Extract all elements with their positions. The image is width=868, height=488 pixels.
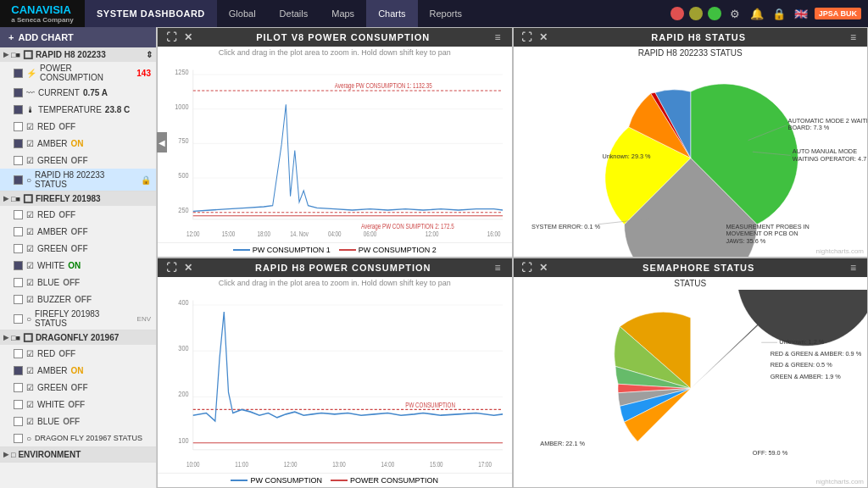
sidebar-ff-red[interactable]: ☑ RED OFF [0,206,156,223]
expand-icon-rp[interactable]: ⛶ [164,262,178,274]
label-green: GREEN [37,156,68,165]
check-ff-red: ☑ [26,210,34,219]
chart-expand-icons-rp: ⛶ ✕ [164,262,195,274]
svg-text:12:00: 12:00 [284,460,298,469]
sidebar-df-white[interactable]: ☑ WHITE OFF [0,396,156,413]
menu-icon-rapid[interactable]: ≡ [847,31,860,43]
sidebar-df-status[interactable]: ○ DRAGON FLY 201967 STATUS [0,430,156,446]
sidebar-df-amber[interactable]: ☑ AMBER ON [0,362,156,379]
checkbox-df-status[interactable] [14,434,23,443]
sidebar-df-green[interactable]: ☑ GREEN OFF [0,379,156,396]
sidebar-ff-blue[interactable]: ☑ BLUE OFF [0,274,156,291]
sidebar-ff-amber[interactable]: ☑ AMBER OFF [0,223,156,240]
close-icon-sem[interactable]: ✕ [537,262,551,274]
sidebar-amber[interactable]: ☑ AMBER ON [0,135,156,152]
menu-icon-rp[interactable]: ≡ [492,262,505,274]
sidebar-section-header-rapid[interactable]: ▶ □■ 🔲 RAPID H8 202233 ⇕ [0,47,156,62]
chart-body-rapid-power[interactable]: 400 300 200 100 PW CONSUMPTION 10:00 [158,289,512,473]
label-ff-green: GREEN [37,244,68,253]
device-icon: 🔲 [23,50,33,59]
label-df-green: GREEN [37,383,68,392]
legend-dot-rp2 [331,480,348,481]
menu-icon-sem[interactable]: ≡ [847,262,860,274]
checkbox-df-red[interactable] [14,349,23,358]
checkbox-amber[interactable] [14,139,23,148]
svg-text:10:00: 10:00 [186,460,200,469]
sidebar-section-header-env[interactable]: ▶ □ ENVIRONMENT [0,447,156,462]
sidebar-rapid-status[interactable]: ○ RAPID H8 202233 STATUS 🔒 [0,169,156,191]
bell-icon[interactable]: 🔔 [748,5,765,22]
sidebar-green[interactable]: ☑ GREEN OFF [0,152,156,169]
close-icon-rp[interactable]: ✕ [181,262,195,274]
checkbox-red[interactable] [14,122,23,131]
df-green-val: OFF [71,383,88,392]
sidebar-temperature[interactable]: 🌡 TEMPERATURE 23.8 C [0,101,156,118]
checkbox-ff-white[interactable] [14,261,23,270]
flag-icon[interactable]: 🇬🇧 [793,5,810,22]
expand-icon-sem[interactable]: ⛶ [520,262,534,274]
ff-buzzer-val: OFF [75,295,92,304]
chart-body-pilot[interactable]: 1250 1000 750 500 250 Average PW CONSUMP… [158,58,512,242]
nav-details[interactable]: Details [268,0,320,27]
checkbox-temp[interactable] [14,105,23,114]
add-chart-button[interactable]: + ADD CHART [0,27,156,47]
sidebar-ff-green[interactable]: ☑ GREEN OFF [0,240,156,257]
lock-icon[interactable]: 🔒 [771,5,787,22]
checkbox-ff-status[interactable] [14,314,23,324]
svg-text:JAWS: 35.6 %: JAWS: 35.6 % [726,237,765,245]
menu-icon-pilot[interactable]: ≡ [492,31,505,43]
checkbox-current[interactable] [14,88,23,97]
sidebar-red[interactable]: ☑ RED OFF [0,118,156,135]
checkbox-power[interactable] [14,69,23,78]
checkbox-ff-green[interactable] [14,244,23,253]
checkbox-ff-blue[interactable] [14,278,23,287]
expand-icon-rapid[interactable]: ⛶ [520,31,534,43]
sidebar-section-header-dragonfly[interactable]: ▶ □■ 🔲 DRAGONFLY 201967 [0,330,156,345]
checkbox-df-blue[interactable] [14,417,23,426]
chart-legend-pilot: PW CONSUMPTION 1 PW CONSUMPTION 2 [158,242,512,257]
check-ff-white: ☑ [26,261,34,270]
checkbox-ff-red[interactable] [14,210,23,219]
legend-pw1: PW CONSUMPTION 1 [233,246,331,254]
nav-charts[interactable]: Charts [366,0,417,27]
rapid-power-svg: 400 300 200 100 PW CONSUMPTION 10:00 [158,289,512,473]
label-ff-amber: AMBER [37,227,68,236]
checkbox-green[interactable] [14,156,23,165]
close-icon-rapid[interactable]: ✕ [537,31,551,43]
sidebar-ff-status[interactable]: ○ FIREFLY 201983 STATUS ENV [0,308,156,330]
checkbox-rapid-status[interactable] [14,175,23,185]
svg-text:12:00: 12:00 [186,230,200,238]
sidebar-df-red[interactable]: ☑ RED OFF [0,345,156,362]
svg-text:400: 400 [178,297,188,307]
settings-icon[interactable]: ⚙ [726,5,743,22]
chart-semaphore: ⛶ ✕ SEMAPHORE STATUS ≡ STATUS [513,258,869,488]
checkbox-df-amber[interactable] [14,366,23,375]
svg-text:Average PW CONSUMPTION 1: 1132: Average PW CONSUMPTION 1: 1132.35 [335,81,432,90]
check-ff-amber: ☑ [26,227,34,236]
sidebar-power-consumption[interactable]: ⚡ POWER CONSUMPTION 143 [0,62,156,84]
main-layout: + ADD CHART ▶ □■ 🔲 RAPID H8 202233 ⇕ ⚡ P… [0,27,868,488]
sidebar-ff-buzzer[interactable]: ☑ BUZZER OFF [0,291,156,308]
sidebar-df-blue[interactable]: ☑ BLUE OFF [0,413,156,430]
left-panel-arrow[interactable]: ◀ [157,132,167,152]
svg-text:17:00: 17:00 [478,460,492,469]
close-icon-pilot[interactable]: ✕ [181,31,195,43]
checkbox-df-green[interactable] [14,383,23,392]
checkbox-ff-buzzer[interactable] [14,295,23,304]
expand-icon-pilot[interactable]: ⛶ [164,31,178,43]
sidebar-current[interactable]: 〰 CURRENT 0.75 A [0,84,156,101]
circle-df: ○ [26,434,31,443]
nav-reports[interactable]: Reports [418,0,475,27]
user-badge[interactable]: JPSA BUK [815,8,861,19]
chart-title-rapid-status: RAPID H8 STATUS [551,32,848,42]
check-df-green: ☑ [26,383,34,392]
nav-global[interactable]: Global [217,0,268,27]
chart-body-semaphore[interactable]: Unknown: 1.2 % RED & GREEN & AMBER: 0.9 … [514,290,868,487]
chart-body-rapid-status[interactable]: AUTOMATIC MODE 2 WAITING BOARD: 7.3 % AU… [514,59,868,257]
nav-maps[interactable]: Maps [320,0,366,27]
sidebar-ff-white[interactable]: ☑ WHITE ON [0,257,156,274]
ff-blue-val: OFF [63,278,80,287]
checkbox-df-white[interactable] [14,400,23,409]
sidebar-section-header-firefly[interactable]: ▶ □■ 🔲 FIREFLY 201983 [0,191,156,206]
checkbox-ff-amber[interactable] [14,227,23,236]
